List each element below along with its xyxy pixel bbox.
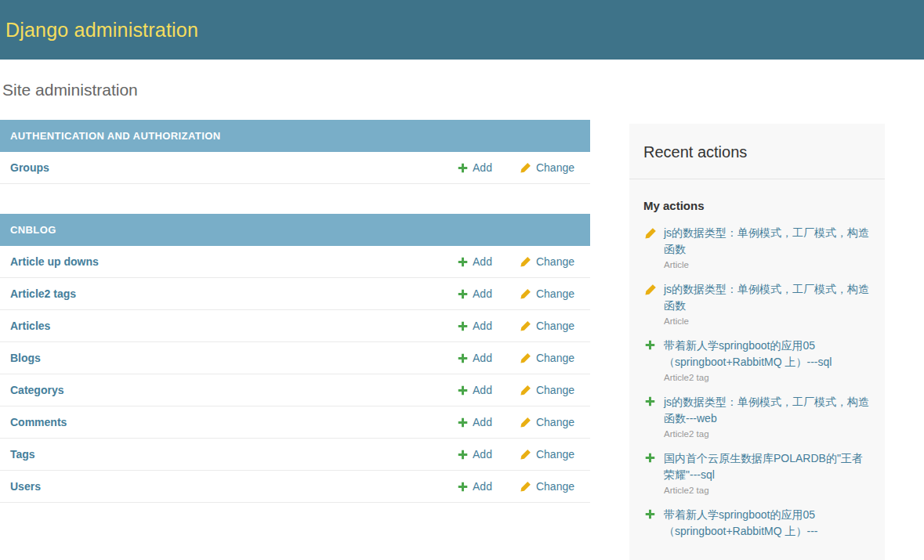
change-link[interactable]: Change — [520, 161, 574, 174]
recent-action-object-type: Article — [664, 316, 872, 326]
pencil-icon — [520, 449, 531, 460]
change-label: Change — [536, 161, 574, 174]
module-auth-rows: Groups Add Change — [0, 152, 590, 184]
recent-actions-title: Recent actions — [629, 124, 885, 179]
change-link[interactable]: Change — [520, 255, 574, 268]
model-link[interactable]: Users — [10, 480, 458, 493]
pencil-icon — [520, 256, 531, 267]
recent-actions-list: js的数据类型：单例模式，工厂模式，构造函数 Article js的数据类型：单… — [629, 225, 885, 540]
recent-action-link[interactable]: 带着新人学springboot的应用05（springboot+RabbitMQ… — [664, 338, 872, 370]
pencil-icon — [645, 284, 657, 295]
add-icon — [458, 257, 468, 267]
model-link[interactable]: Comments — [10, 416, 458, 428]
content: Site administration AUTHENTICATION AND A… — [0, 60, 924, 560]
add-label: Add — [473, 255, 492, 268]
change-label: Change — [536, 287, 574, 300]
module-auth-caption[interactable]: AUTHENTICATION AND AUTHORIZATION — [0, 120, 590, 152]
pencil-icon — [520, 320, 531, 331]
change-link[interactable]: Change — [520, 448, 574, 461]
add-link[interactable]: Add — [458, 287, 492, 300]
model-link[interactable]: Tags — [10, 448, 458, 461]
module-cnblog: CNBLOG Article up downs Add Change — [0, 214, 590, 503]
change-label: Change — [536, 416, 574, 428]
recent-actions-panel: Recent actions My actions js的数据类型：单例模式，工… — [629, 124, 885, 560]
model-row: Tags Add Change — [0, 439, 590, 471]
add-icon — [458, 450, 468, 460]
model-row: Users Add Change — [0, 471, 590, 503]
add-label: Add — [473, 416, 492, 428]
add-icon — [645, 453, 655, 463]
add-link[interactable]: Add — [458, 320, 492, 332]
change-label: Change — [536, 384, 574, 396]
add-icon — [645, 396, 655, 406]
pencil-icon — [520, 162, 531, 173]
recent-action-object-type: Article — [664, 260, 872, 269]
recent-action-item: 国内首个云原生数据库POLARDB的"王者荣耀"---sql Article2 … — [645, 450, 872, 495]
content-main: Site administration AUTHENTICATION AND A… — [0, 60, 590, 533]
add-label: Add — [473, 384, 492, 396]
add-link[interactable]: Add — [458, 384, 492, 396]
add-icon — [458, 163, 468, 173]
recent-action-link[interactable]: 国内首个云原生数据库POLARDB的"王者荣耀"---sql — [664, 450, 872, 483]
recent-action-link[interactable]: 带着新人学springboot的应用05（springboot+RabbitMQ… — [664, 507, 872, 540]
model-row: Comments Add Change — [0, 406, 590, 439]
add-link[interactable]: Add — [458, 416, 492, 428]
recent-action-object-type: Article2 tag — [664, 373, 872, 382]
recent-action-link[interactable]: js的数据类型：单例模式，工厂模式，构造函数 — [664, 225, 872, 258]
add-icon — [645, 509, 655, 519]
pencil-icon — [520, 352, 531, 363]
add-label: Add — [473, 161, 492, 174]
page-title: Site administration — [2, 81, 590, 99]
model-row: Article up downs Add Change — [0, 246, 590, 278]
site-brand[interactable]: Django administration — [0, 19, 198, 42]
model-link[interactable]: Categorys — [10, 384, 458, 396]
add-link[interactable]: Add — [458, 255, 492, 268]
module-cnblog-caption[interactable]: CNBLOG — [0, 214, 590, 246]
model-link[interactable]: Article2 tags — [10, 287, 458, 300]
change-link[interactable]: Change — [520, 320, 574, 332]
add-link[interactable]: Add — [458, 448, 492, 461]
app-header: Django administration — [0, 0, 924, 60]
add-label: Add — [473, 287, 492, 300]
change-label: Change — [536, 320, 574, 332]
pencil-icon — [520, 288, 531, 299]
recent-action-link[interactable]: js的数据类型：单例模式，工厂模式，构造函数 — [664, 281, 872, 314]
recent-action-link[interactable]: js的数据类型：单例模式，工厂模式，构造函数---web — [664, 394, 872, 427]
model-link[interactable]: Article up downs — [10, 255, 458, 268]
add-icon — [458, 385, 468, 396]
model-row: Blogs Add Change — [0, 342, 590, 374]
recent-action-item: 带着新人学springboot的应用05（springboot+RabbitMQ… — [645, 338, 872, 382]
add-label: Add — [473, 480, 492, 493]
change-label: Change — [536, 480, 574, 493]
model-row: Article2 tags Add Change — [0, 278, 590, 310]
add-icon — [645, 340, 655, 350]
model-row: Articles Add Change — [0, 310, 590, 342]
pencil-icon — [520, 385, 531, 396]
change-label: Change — [536, 352, 574, 364]
model-link[interactable]: Articles — [10, 320, 458, 332]
add-label: Add — [473, 448, 492, 461]
add-icon — [458, 321, 468, 331]
add-link[interactable]: Add — [458, 352, 492, 364]
change-link[interactable]: Change — [520, 287, 574, 300]
module-auth: AUTHENTICATION AND AUTHORIZATION Groups … — [0, 120, 590, 184]
add-icon — [458, 353, 468, 363]
add-label: Add — [473, 352, 492, 364]
change-link[interactable]: Change — [520, 480, 574, 493]
change-link[interactable]: Change — [520, 352, 574, 364]
recent-action-object-type: Article2 tag — [664, 429, 872, 439]
add-icon — [458, 417, 468, 428]
module-cnblog-rows: Article up downs Add Change Article2 tag… — [0, 246, 590, 503]
recent-action-item: 带着新人学springboot的应用05（springboot+RabbitMQ… — [645, 507, 872, 540]
add-icon — [458, 482, 468, 492]
change-link[interactable]: Change — [520, 416, 574, 428]
change-link[interactable]: Change — [520, 384, 574, 396]
model-link[interactable]: Blogs — [10, 352, 458, 364]
recent-action-item: js的数据类型：单例模式，工厂模式，构造函数 Article — [645, 225, 872, 269]
model-link[interactable]: Groups — [10, 161, 458, 174]
add-link[interactable]: Add — [458, 480, 492, 493]
change-label: Change — [536, 255, 574, 268]
add-link[interactable]: Add — [458, 161, 492, 174]
pencil-icon — [645, 227, 657, 239]
pencil-icon — [520, 417, 531, 428]
